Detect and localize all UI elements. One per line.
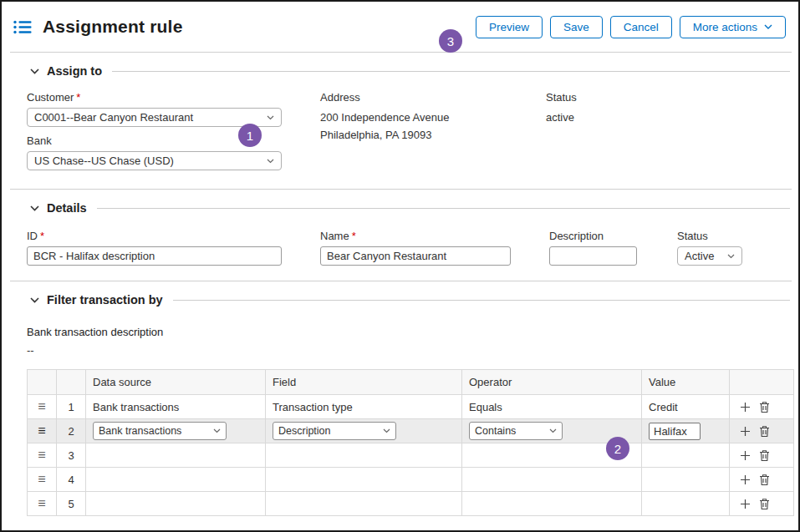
save-button[interactable]: Save bbox=[550, 16, 603, 38]
drag-handle-icon[interactable]: ≡ bbox=[38, 472, 45, 486]
description-input[interactable] bbox=[549, 246, 637, 266]
table-header-row: Data source Field Operator Value bbox=[28, 370, 794, 395]
cell-value[interactable] bbox=[642, 468, 730, 492]
cell-data-source[interactable] bbox=[86, 468, 266, 492]
col-header-value: Value bbox=[642, 370, 730, 395]
filter-section-header[interactable]: Filter transaction by bbox=[10, 293, 790, 307]
assign-to-fields: Customer* C0001--Bear Canyon Restaurant … bbox=[27, 91, 790, 170]
id-input[interactable] bbox=[27, 246, 282, 266]
details-section-header[interactable]: Details bbox=[10, 201, 790, 215]
select-value: Description bbox=[278, 425, 331, 437]
add-row-icon[interactable] bbox=[740, 499, 751, 509]
row2-operator-select[interactable]: Contains bbox=[469, 422, 563, 440]
chevron-down-icon bbox=[213, 428, 221, 433]
status-label: Status bbox=[546, 91, 790, 104]
section-divider bbox=[10, 189, 792, 190]
name-label: Name* bbox=[320, 230, 549, 242]
list-menu-icon[interactable] bbox=[13, 20, 32, 34]
required-asterisk: * bbox=[352, 230, 356, 242]
select-value: Contains bbox=[475, 425, 516, 437]
bank-label: Bank bbox=[27, 134, 320, 147]
section-title: Filter transaction by bbox=[47, 293, 163, 307]
chevron-down-icon bbox=[267, 159, 274, 164]
customer-select[interactable]: C0001--Bear Canyon Restaurant bbox=[27, 108, 282, 127]
select-value: Bank transactions bbox=[99, 425, 181, 437]
section-rule bbox=[173, 300, 790, 301]
section-rule bbox=[97, 208, 790, 209]
cell-value[interactable] bbox=[642, 492, 730, 516]
cell-field: Transaction type bbox=[266, 395, 462, 419]
row2-data-source-select[interactable]: Bank transactions bbox=[93, 422, 227, 440]
cell-data-source[interactable] bbox=[86, 492, 266, 516]
table-row-4: ≡ 4 bbox=[28, 468, 794, 492]
details-status-label: Status bbox=[677, 230, 790, 242]
delete-row-icon[interactable] bbox=[759, 401, 770, 413]
row-number: 4 bbox=[57, 468, 86, 492]
delete-row-icon[interactable] bbox=[759, 449, 770, 462]
chevron-down-icon bbox=[764, 24, 772, 29]
filter-conditions-table: Data source Field Operator Value ≡ 1 Ban… bbox=[27, 369, 794, 516]
page-title: Assignment rule bbox=[43, 17, 183, 37]
assign-to-section-header[interactable]: Assign to bbox=[10, 64, 790, 78]
chevron-down-icon bbox=[549, 428, 557, 433]
row-number: 1 bbox=[57, 395, 86, 419]
table-row-1: ≡ 1 Bank transactions Transaction type E… bbox=[28, 395, 794, 419]
details-status-value: Active bbox=[685, 250, 714, 262]
col-header-data-source: Data source bbox=[86, 370, 266, 395]
drag-handle-icon[interactable]: ≡ bbox=[38, 423, 45, 438]
assignment-rule-page: Assignment rule Preview Save Cancel More… bbox=[0, 0, 800, 532]
row2-field-select[interactable]: Description bbox=[273, 422, 396, 440]
details-status-select[interactable]: Active bbox=[677, 246, 742, 266]
assign-to-section: Assign to Customer* C0001--Bear Canyon R… bbox=[2, 64, 798, 170]
name-input[interactable] bbox=[320, 246, 511, 266]
table-row-2: ≡ 2 Bank transactions Description bbox=[28, 419, 794, 443]
drag-handle-icon[interactable]: ≡ bbox=[38, 496, 45, 510]
cell-field[interactable] bbox=[266, 468, 462, 492]
cell-operator: Equals bbox=[462, 395, 642, 419]
drag-handle-icon[interactable]: ≡ bbox=[38, 399, 45, 413]
id-label: ID* bbox=[27, 230, 320, 242]
section-title: Assign to bbox=[47, 64, 102, 78]
chevron-down-icon bbox=[727, 254, 735, 259]
cell-field[interactable] bbox=[266, 492, 462, 516]
chevron-down-icon bbox=[30, 205, 39, 211]
header-buttons: Preview Save Cancel More actions bbox=[476, 16, 786, 38]
section-divider bbox=[10, 281, 792, 281]
bank-select[interactable]: US Chase--US Chase (USD) bbox=[27, 151, 282, 170]
row2-value-input[interactable] bbox=[649, 423, 701, 440]
cell-value: Credit bbox=[642, 395, 730, 419]
required-asterisk: * bbox=[76, 91, 80, 104]
col-header-field: Field bbox=[266, 370, 462, 395]
delete-row-icon[interactable] bbox=[759, 474, 770, 486]
cell-operator[interactable] bbox=[462, 468, 642, 492]
bank-transaction-description-label: Bank transaction description bbox=[27, 326, 790, 338]
add-row-icon[interactable] bbox=[740, 402, 751, 413]
add-row-icon[interactable] bbox=[740, 450, 751, 461]
filter-section: Filter transaction by Bank transaction d… bbox=[2, 293, 798, 516]
drag-handle-icon[interactable]: ≡ bbox=[38, 448, 45, 462]
chevron-down-icon bbox=[30, 297, 39, 303]
cell-operator[interactable] bbox=[462, 492, 642, 516]
required-asterisk: * bbox=[40, 230, 44, 242]
cancel-button[interactable]: Cancel bbox=[610, 16, 672, 38]
chevron-down-icon bbox=[30, 68, 39, 74]
section-title: Details bbox=[47, 201, 87, 215]
address-line-1: 200 Independence Avenue bbox=[320, 109, 546, 126]
more-actions-button[interactable]: More actions bbox=[680, 16, 786, 38]
callout-badge-1: 1 bbox=[238, 124, 262, 147]
delete-row-icon[interactable] bbox=[759, 425, 770, 438]
row-number: 2 bbox=[57, 419, 86, 443]
chevron-down-icon bbox=[267, 115, 274, 120]
delete-row-icon[interactable] bbox=[759, 498, 770, 510]
more-actions-label: More actions bbox=[693, 21, 757, 33]
add-row-icon[interactable] bbox=[740, 474, 751, 485]
cell-value[interactable] bbox=[642, 443, 730, 468]
cell-field[interactable] bbox=[266, 443, 462, 468]
details-section: Details ID* Name* Description Status Act… bbox=[2, 201, 798, 266]
preview-button[interactable]: Preview bbox=[476, 16, 543, 38]
add-row-icon[interactable] bbox=[740, 426, 751, 437]
address-line-2: Philadelphia, PA 19093 bbox=[320, 126, 546, 144]
cell-data-source[interactable] bbox=[86, 443, 266, 468]
status-value: active bbox=[546, 109, 790, 126]
bank-select-value: US Chase--US Chase (USD) bbox=[34, 155, 174, 167]
